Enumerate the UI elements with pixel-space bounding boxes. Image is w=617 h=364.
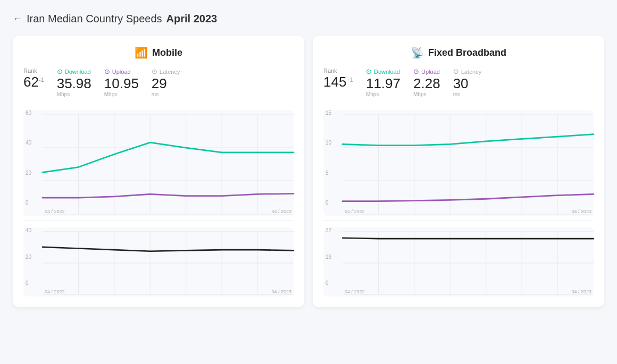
mobile-upload-unit: Mbps xyxy=(104,91,117,97)
back-button[interactable]: ← xyxy=(13,13,22,24)
broadband-chart-divider xyxy=(323,221,594,221)
broadband-upload-unit: Mbps xyxy=(413,91,426,97)
mobile-latency-y-axis: 0 20 40 xyxy=(26,227,31,286)
broadband-download-unit: Mbps xyxy=(366,91,379,97)
broadband-upload-stat: ⊙ Upload 2.28 Mbps xyxy=(413,67,440,97)
broadband-speed-svg xyxy=(343,114,594,214)
broadband-download-value: 11.97 xyxy=(366,77,401,90)
broadband-speed-chart: 0 5 10 15 xyxy=(323,110,594,216)
broadband-card-header: 📡 Fixed Broadband xyxy=(323,46,594,59)
broadband-card-title: Fixed Broadband xyxy=(428,47,506,58)
broadband-latency-x-axis: 04 / 2022 04 / 2023 xyxy=(343,289,594,294)
broadband-latency-label: ⊙ Latency xyxy=(453,67,482,75)
broadband-upload-value: 2.28 xyxy=(413,77,440,90)
mobile-latency-label: ⊙ Latency xyxy=(152,67,180,75)
broadband-rank-change: +1 xyxy=(346,77,353,83)
broadband-speed-x-axis: 04 / 2022 04 / 2023 xyxy=(343,209,594,214)
broadband-speed-y-axis: 0 5 10 15 xyxy=(326,110,331,206)
mobile-card-header: 📶 Mobile xyxy=(23,46,294,59)
mobile-latency-unit: ms xyxy=(152,91,159,97)
mobile-speed-chart: 0 20 40 60 xyxy=(23,110,294,216)
broadband-latency-value: 30 xyxy=(453,77,469,90)
broadband-rank-stat: Rank 145 +1 xyxy=(323,67,353,89)
mobile-card-title: Mobile xyxy=(152,47,182,58)
broadband-stats-row: Rank 145 +1 ⊙ Download 11.97 Mbps ⊙ xyxy=(323,67,594,104)
mobile-chart-icon: 📶 xyxy=(135,46,148,59)
mobile-latency-svg xyxy=(43,232,294,294)
page-title-suffix: April 2023 xyxy=(166,13,218,25)
broadband-upload-label: ⊙ Upload xyxy=(413,67,440,75)
broadband-latency-svg xyxy=(343,232,594,294)
mobile-speed-x-axis: 04 / 2022 04 / 2023 xyxy=(43,209,294,214)
mobile-download-stat: ⊙ Download 35.98 Mbps xyxy=(57,67,91,97)
mobile-rank-value: 62 -1 xyxy=(23,75,44,89)
cards-container: 📶 Mobile Rank 62 -1 ⊙ Download 35.9 xyxy=(13,36,604,307)
mobile-download-unit: Mbps xyxy=(57,91,70,97)
broadband-card: 📡 Fixed Broadband Rank 145 +1 ⊙ Download xyxy=(313,36,604,307)
mobile-speed-svg xyxy=(43,114,294,214)
mobile-upload-stat: ⊙ Upload 10.95 Mbps xyxy=(104,67,139,97)
mobile-latency-stat: ⊙ Latency 29 ms xyxy=(152,67,180,97)
mobile-rank-change: -1 xyxy=(39,77,44,83)
mobile-rank-stat: Rank 62 -1 xyxy=(23,67,44,89)
mobile-stats-row: Rank 62 -1 ⊙ Download 35.98 Mbps ⊙ xyxy=(23,67,294,104)
mobile-latency-x-axis: 04 / 2022 04 / 2023 xyxy=(43,289,294,294)
mobile-upload-value: 10.95 xyxy=(104,77,139,90)
broadband-chart-icon: 📡 xyxy=(411,46,424,59)
broadband-latency-y-axis: 0 16 32 xyxy=(326,227,331,286)
mobile-latency-chart: 0 20 40 04 / 2022 04 / 2023 xyxy=(23,227,294,297)
broadband-latency-chart: 0 16 32 04 / 2022 04 / 2023 xyxy=(323,227,594,297)
broadband-download-label: ⊙ Download xyxy=(366,67,400,75)
broadband-rank-value: 145 +1 xyxy=(323,75,353,89)
broadband-latency-unit: ms xyxy=(453,91,460,97)
page-header: ← Iran Median Country Speeds April 2023 xyxy=(13,13,604,25)
page-title-prefix: Iran Median Country Speeds xyxy=(27,13,162,25)
mobile-rank-label: Rank xyxy=(23,67,37,74)
mobile-upload-label: ⊙ Upload xyxy=(104,67,131,75)
mobile-speed-y-axis: 0 20 40 60 xyxy=(26,110,31,206)
broadband-download-stat: ⊙ Download 11.97 Mbps xyxy=(366,67,401,97)
mobile-chart-divider xyxy=(23,221,294,221)
broadband-rank-label: Rank xyxy=(323,67,337,74)
mobile-card: 📶 Mobile Rank 62 -1 ⊙ Download 35.9 xyxy=(13,36,304,307)
broadband-latency-stat: ⊙ Latency 30 ms xyxy=(453,67,482,97)
mobile-latency-value: 29 xyxy=(152,77,167,90)
mobile-download-label: ⊙ Download xyxy=(57,67,91,75)
mobile-download-value: 35.98 xyxy=(57,77,91,90)
